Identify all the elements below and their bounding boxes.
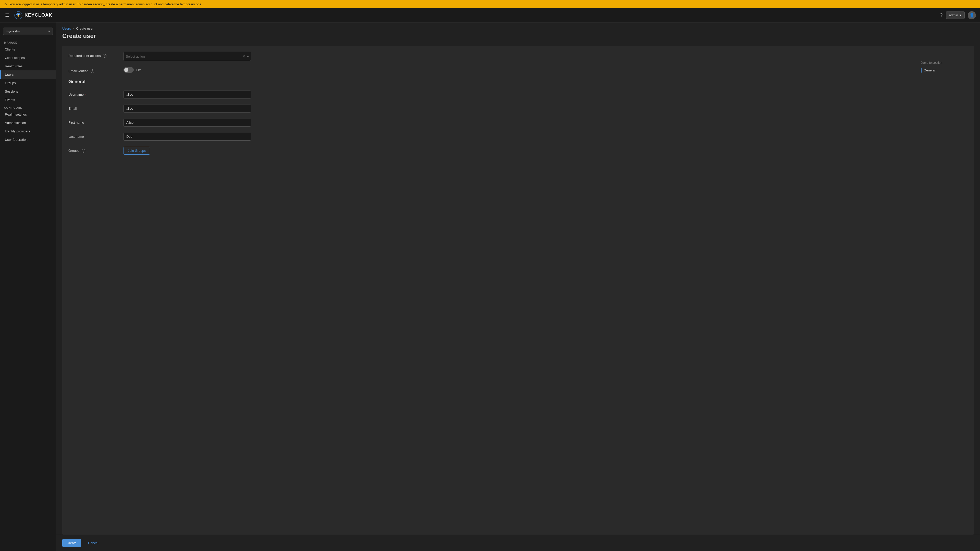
logo-text: KEYCLOAK bbox=[24, 13, 52, 18]
sidebar-item-realm-roles-label: Realm roles bbox=[5, 64, 22, 68]
sidebar-item-groups-label: Groups bbox=[5, 81, 16, 85]
sidebar-item-identity-providers[interactable]: Identity providers bbox=[0, 127, 56, 135]
email-verified-label-text: Email verified bbox=[68, 69, 88, 73]
nav-left: ☰ KEYCLOAK bbox=[4, 11, 52, 19]
select-clear-icon[interactable]: ✕ bbox=[242, 54, 245, 59]
groups-label: Groups ? bbox=[68, 147, 119, 152]
realm-selector[interactable]: my-realm ▾ bbox=[3, 27, 53, 35]
email-control bbox=[124, 105, 251, 113]
content-area: Users › Create user Create user Required… bbox=[56, 22, 980, 551]
form-container: Required user actions ? Select action ✕ … bbox=[62, 46, 974, 535]
username-input[interactable] bbox=[124, 91, 251, 98]
admin-menu-button[interactable]: admin ▾ bbox=[946, 11, 965, 19]
realm-dropdown-icon: ▾ bbox=[48, 29, 50, 33]
email-verified-row: Email verified ? Off bbox=[68, 67, 917, 73]
sidebar-item-clients[interactable]: Clients bbox=[0, 45, 56, 54]
sidebar-item-sessions-label: Sessions bbox=[5, 89, 18, 94]
breadcrumb-separator: › bbox=[73, 27, 74, 30]
groups-help-icon: ? bbox=[82, 149, 85, 152]
cancel-button[interactable]: Cancel bbox=[84, 539, 102, 547]
username-row: Username * bbox=[68, 91, 917, 98]
breadcrumb-parent-link[interactable]: Users bbox=[62, 27, 71, 30]
email-verified-help-icon: ? bbox=[91, 69, 94, 73]
breadcrumb-current: Create user bbox=[76, 27, 94, 30]
lastname-label: Last name bbox=[68, 133, 119, 138]
lastname-input[interactable] bbox=[124, 133, 251, 141]
manage-section-label: Manage bbox=[0, 39, 56, 45]
email-verified-state-label: Off bbox=[136, 68, 141, 72]
sidebar-item-events[interactable]: Events bbox=[0, 96, 56, 104]
required-actions-placeholder: Select action bbox=[126, 55, 145, 59]
avatar[interactable]: 👤 bbox=[968, 11, 976, 19]
required-actions-label-text: Required user actions bbox=[68, 54, 100, 58]
warning-banner: ⚠ You are logged in as a temporary admin… bbox=[0, 0, 980, 8]
sidebar-item-realm-settings[interactable]: Realm settings bbox=[0, 110, 56, 119]
sidebar-item-users[interactable]: Users bbox=[0, 70, 56, 79]
sidebar-item-client-scopes[interactable]: Client scopes bbox=[0, 54, 56, 62]
sidebar-item-events-label: Events bbox=[5, 98, 15, 102]
sidebar-item-authentication[interactable]: Authentication bbox=[0, 119, 56, 127]
top-nav: ☰ KEYCLOAK ? admin ▾ 👤 bbox=[0, 8, 980, 22]
nav-right: ? admin ▾ 👤 bbox=[940, 11, 976, 19]
lastname-label-text: Last name bbox=[68, 135, 84, 138]
email-label-text: Email bbox=[68, 106, 77, 110]
jump-item-general[interactable]: General bbox=[921, 67, 968, 74]
firstname-label: First name bbox=[68, 119, 119, 124]
groups-label-text: Groups bbox=[68, 149, 80, 152]
firstname-input[interactable] bbox=[124, 119, 251, 127]
avatar-icon: 👤 bbox=[969, 13, 974, 17]
sidebar-item-sessions[interactable]: Sessions bbox=[0, 87, 56, 96]
breadcrumb: Users › Create user bbox=[56, 22, 980, 30]
hamburger-button[interactable]: ☰ bbox=[4, 11, 10, 19]
logo-container: KEYCLOAK bbox=[14, 11, 52, 19]
join-groups-button[interactable]: Join Groups bbox=[124, 147, 150, 155]
sidebar-item-realm-roles[interactable]: Realm roles bbox=[0, 62, 56, 70]
required-user-actions-row: Required user actions ? Select action ✕ … bbox=[68, 52, 917, 61]
sidebar-item-user-federation[interactable]: User federation bbox=[0, 135, 56, 144]
sidebar-item-user-federation-label: User federation bbox=[5, 138, 27, 141]
required-actions-control: Select action ✕ ▾ bbox=[124, 52, 251, 61]
general-section-heading: General bbox=[68, 79, 917, 84]
page-title: Create user bbox=[56, 30, 980, 46]
sidebar-item-groups[interactable]: Groups bbox=[0, 79, 56, 87]
firstname-row: First name bbox=[68, 119, 917, 127]
email-input[interactable] bbox=[124, 105, 251, 113]
toggle-knob bbox=[124, 68, 128, 72]
form-main: Required user actions ? Select action ✕ … bbox=[68, 52, 917, 161]
svg-point-1 bbox=[18, 14, 19, 15]
groups-control: Join Groups bbox=[124, 147, 251, 155]
email-verified-label: Email verified ? bbox=[68, 67, 119, 73]
sidebar-item-users-label: Users bbox=[5, 73, 14, 76]
jump-column: Jump to section General bbox=[917, 52, 968, 161]
sidebar-item-authentication-label: Authentication bbox=[5, 121, 26, 125]
required-actions-help-icon: ? bbox=[103, 54, 107, 58]
warning-icon: ⚠ bbox=[4, 2, 7, 6]
select-dropdown-icon[interactable]: ▾ bbox=[247, 54, 249, 59]
jump-title: Jump to section bbox=[921, 61, 968, 65]
groups-row: Groups ? Join Groups bbox=[68, 147, 917, 155]
username-required-star: * bbox=[85, 93, 86, 97]
sidebar-item-client-scopes-label: Client scopes bbox=[5, 56, 25, 60]
firstname-control bbox=[124, 119, 251, 127]
email-verified-toggle[interactable] bbox=[124, 67, 134, 73]
select-icons: ✕ ▾ bbox=[242, 54, 249, 59]
jump-item-general-label: General bbox=[924, 68, 935, 72]
admin-label: admin bbox=[949, 13, 958, 17]
firstname-label-text: First name bbox=[68, 121, 84, 124]
keycloak-logo-icon bbox=[14, 11, 22, 19]
configure-section-label: Configure bbox=[0, 104, 56, 110]
sidebar-item-realm-settings-label: Realm settings bbox=[5, 113, 27, 116]
sidebar-item-identity-providers-label: Identity providers bbox=[5, 129, 30, 133]
username-label: Username * bbox=[68, 91, 119, 97]
help-button[interactable]: ? bbox=[940, 13, 943, 18]
create-button[interactable]: Create bbox=[62, 539, 81, 547]
realm-name: my-realm bbox=[6, 29, 20, 33]
main-layout: my-realm ▾ Manage Clients Client scopes … bbox=[0, 22, 980, 551]
admin-dropdown-icon: ▾ bbox=[959, 13, 961, 17]
username-control bbox=[124, 91, 251, 98]
toggle-row: Off bbox=[124, 67, 251, 73]
email-verified-control: Off bbox=[124, 67, 251, 73]
email-label: Email bbox=[68, 105, 119, 110]
required-actions-select[interactable]: Select action ✕ ▾ bbox=[124, 52, 251, 61]
username-label-text: Username bbox=[68, 93, 84, 97]
